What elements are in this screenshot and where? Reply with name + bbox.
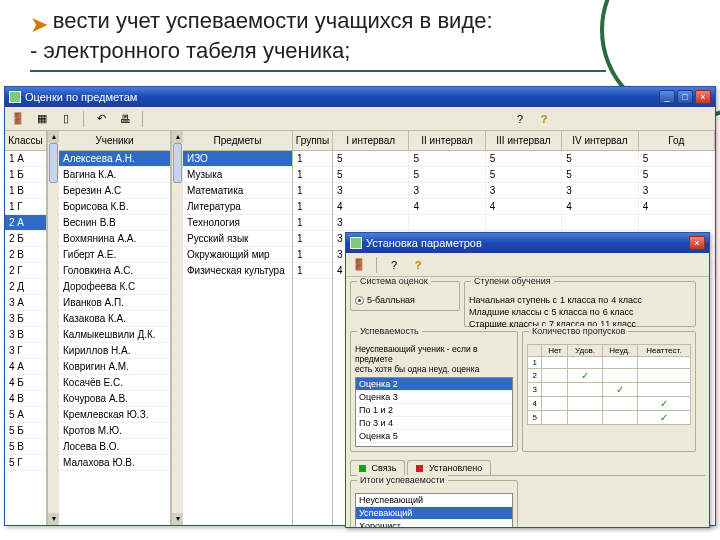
student-row[interactable]: Малахова Ю.В. <box>59 455 170 471</box>
student-row[interactable]: Вагина К.А. <box>59 167 170 183</box>
progress-option[interactable]: По 3 и 4 <box>356 417 512 430</box>
student-row[interactable]: Лосева В.О. <box>59 439 170 455</box>
grade-cell[interactable]: 3 <box>409 183 485 198</box>
params-titlebar[interactable]: Установка параметров × <box>346 233 709 253</box>
grade-cell[interactable]: 3 <box>333 183 409 198</box>
student-row[interactable]: Косачёв Е.С. <box>59 375 170 391</box>
student-row[interactable]: Березин А.С <box>59 183 170 199</box>
class-row[interactable]: 1 В <box>5 183 46 199</box>
absence-cell[interactable] <box>602 369 637 383</box>
absence-cell[interactable]: 3 <box>528 383 542 397</box>
absence-cell[interactable] <box>602 357 637 369</box>
absence-cell[interactable]: 4 <box>528 397 542 411</box>
student-row[interactable]: Алексеева А.Н. <box>59 151 170 167</box>
grade-cell[interactable]: 5 <box>333 151 409 166</box>
classes-list[interactable]: 1 А1 Б1 В1 Г2 А2 Б2 В2 Г2 Д3 А3 Б3 В3 Г4… <box>5 151 46 525</box>
minimize-button[interactable]: _ <box>659 90 675 104</box>
grade-cell[interactable]: 4 <box>409 199 485 214</box>
class-row[interactable]: 2 Б <box>5 231 46 247</box>
grade-cell[interactable]: 3 <box>333 215 409 230</box>
group-row[interactable]: 1 <box>293 215 332 231</box>
grade-cell[interactable] <box>639 215 715 230</box>
grade-row[interactable]: 55555 <box>333 151 715 167</box>
tab-link[interactable]: Связь <box>350 460 405 475</box>
group-row[interactable]: 1 <box>293 231 332 247</box>
totals-option[interactable]: Успевающий <box>356 507 512 520</box>
class-row[interactable]: 1 Б <box>5 167 46 183</box>
grade-cell[interactable] <box>486 215 562 230</box>
subject-row[interactable]: Русский язык <box>183 231 292 247</box>
grade-cell[interactable]: 3 <box>486 183 562 198</box>
close-button[interactable]: × <box>695 90 711 104</box>
subject-row[interactable]: ИЗО <box>183 151 292 167</box>
totals-option[interactable]: Хорошист <box>356 520 512 527</box>
scroll-thumb[interactable] <box>173 143 182 183</box>
group-row[interactable]: 1 <box>293 151 332 167</box>
grade-cell[interactable]: 3 <box>639 183 715 198</box>
class-row[interactable]: 4 Б <box>5 375 46 391</box>
student-row[interactable]: Кремлевская Ю.З. <box>59 407 170 423</box>
class-row[interactable]: 5 А <box>5 407 46 423</box>
classes-scrollbar[interactable]: ▴ ▾ <box>47 131 59 525</box>
grade-cell[interactable]: 5 <box>409 167 485 182</box>
absence-cell[interactable] <box>542 357 568 369</box>
class-row[interactable]: 2 В <box>5 247 46 263</box>
grade-cell[interactable]: 4 <box>486 199 562 214</box>
class-row[interactable]: 4 В <box>5 391 46 407</box>
scroll-down-icon[interactable]: ▾ <box>48 513 59 525</box>
student-row[interactable]: Кириллов Н.А. <box>59 343 170 359</box>
absence-cell[interactable] <box>542 383 568 397</box>
print-icon[interactable]: 🖶 <box>116 110 134 128</box>
exit-icon[interactable]: 🚪 <box>9 110 27 128</box>
grade-row[interactable]: 55555 <box>333 167 715 183</box>
grade-cell[interactable] <box>562 215 638 230</box>
scroll-thumb[interactable] <box>49 143 58 183</box>
student-row[interactable]: Калмыкешвили Д.К. <box>59 327 170 343</box>
info-icon[interactable]: ? <box>409 256 427 274</box>
grade-cell[interactable]: 5 <box>333 167 409 182</box>
absence-cell[interactable]: ✓ <box>637 397 690 411</box>
student-row[interactable]: Вохмянина А.А. <box>59 231 170 247</box>
class-row[interactable]: 5 Г <box>5 455 46 471</box>
grid-icon[interactable]: ▦ <box>33 110 51 128</box>
absence-cell[interactable] <box>568 383 602 397</box>
grade-cell[interactable]: 4 <box>333 199 409 214</box>
page-icon[interactable]: ▯ <box>57 110 75 128</box>
exit-icon[interactable]: 🚪 <box>350 256 368 274</box>
progress-list[interactable]: Оценка 2Оценка 3По 1 и 2По 3 и 4Оценка 5 <box>355 377 513 447</box>
maximize-button[interactable]: □ <box>677 90 693 104</box>
grade-row[interactable]: 33333 <box>333 183 715 199</box>
grade-cell[interactable]: 4 <box>562 199 638 214</box>
grade-cell[interactable]: 5 <box>562 167 638 182</box>
subject-row[interactable]: Математика <box>183 183 292 199</box>
student-row[interactable]: Головкина А.С. <box>59 263 170 279</box>
groups-list[interactable]: 11111111 <box>293 151 332 525</box>
student-row[interactable]: Веснин В.В <box>59 215 170 231</box>
absence-cell[interactable]: 2 <box>528 369 542 383</box>
radio-icon[interactable] <box>355 296 364 305</box>
class-row[interactable]: 3 В <box>5 327 46 343</box>
student-row[interactable]: Дорофеева К.С <box>59 279 170 295</box>
progress-option[interactable]: По 1 и 2 <box>356 404 512 417</box>
group-row[interactable]: 1 <box>293 183 332 199</box>
student-row[interactable]: Кочурова А.В. <box>59 391 170 407</box>
class-row[interactable]: 5 Б <box>5 423 46 439</box>
class-row[interactable]: 3 Г <box>5 343 46 359</box>
absence-cell[interactable]: 1 <box>528 357 542 369</box>
close-button[interactable]: × <box>689 236 705 250</box>
absence-cell[interactable] <box>602 397 637 411</box>
grade-row[interactable]: 44444 <box>333 199 715 215</box>
scroll-up-icon[interactable]: ▴ <box>172 131 183 143</box>
group-row[interactable]: 1 <box>293 167 332 183</box>
grade-row[interactable]: 3 <box>333 215 715 231</box>
student-row[interactable]: Борисова К.В. <box>59 199 170 215</box>
progress-option[interactable]: Оценка 2 <box>356 378 512 391</box>
class-row[interactable]: 3 Б <box>5 311 46 327</box>
subject-row[interactable]: Музыка <box>183 167 292 183</box>
grade-cell[interactable]: 4 <box>639 199 715 214</box>
class-row[interactable]: 1 А <box>5 151 46 167</box>
group-row[interactable]: 1 <box>293 199 332 215</box>
info-icon[interactable]: ? <box>535 110 553 128</box>
class-row[interactable]: 4 А <box>5 359 46 375</box>
absence-cell[interactable] <box>568 397 602 411</box>
